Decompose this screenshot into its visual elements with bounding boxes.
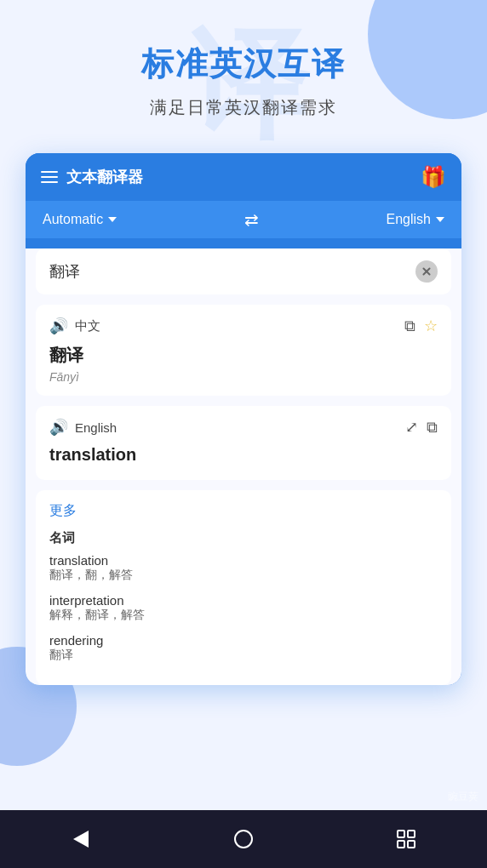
bottom-navigation (0, 810, 487, 868)
english-result-card: 🔊 English ⤢ ⧉ translation (36, 406, 451, 480)
hero-section: 标准英汉互译 满足日常英汉翻译需求 (0, 0, 487, 145)
svg-rect-3 (408, 841, 415, 848)
dict-meaning-1: 解释，翻译，解答 (49, 608, 438, 623)
hero-title: 标准英汉互译 (17, 43, 470, 86)
chinese-lang-label: 🔊 中文 (49, 317, 100, 335)
home-icon (234, 830, 253, 848)
english-copy-icon[interactable]: ⧉ (427, 419, 438, 437)
english-result-header: 🔊 English ⤢ ⧉ (49, 418, 438, 437)
clear-button[interactable] (415, 260, 438, 283)
inner-card: 翻译 🔊 中文 ⧉ ☆ 翻译 Fānyì 🔊 (26, 248, 461, 685)
dict-word-1: interpretation (49, 593, 438, 608)
english-expand-icon[interactable]: ⤢ (405, 418, 418, 437)
more-section: 更多 名词 translation 翻译，翻，解答 interpretation… (36, 490, 451, 685)
card-header-left: 文本翻译器 (41, 167, 143, 187)
target-lang-label: English (387, 212, 431, 227)
swap-icon[interactable]: ⇄ (244, 209, 259, 230)
chinese-result-header: 🔊 中文 ⧉ ☆ (49, 317, 438, 335)
source-lang-arrow (108, 217, 117, 222)
english-lang-text: English (75, 420, 117, 435)
dict-entry-2: rendering 翻译 (49, 633, 438, 663)
svg-rect-2 (398, 841, 404, 848)
menu-icon[interactable] (41, 171, 58, 183)
source-lang-button[interactable]: Automatic (43, 212, 117, 227)
translator-card: 文本翻译器 🎁 Automatic ⇄ English 翻译 🔊 中文 (26, 153, 461, 685)
pos-label: 名词 (49, 530, 438, 546)
target-lang-arrow (436, 217, 444, 222)
dict-entry-0: translation 翻译，翻，解答 (49, 553, 438, 583)
apps-icon (397, 830, 415, 848)
gift-icon[interactable]: 🎁 (421, 165, 446, 189)
hero-subtitle: 满足日常英汉翻译需求 (17, 96, 470, 119)
nav-home-button[interactable] (222, 818, 265, 860)
chinese-lang-text: 中文 (75, 318, 100, 334)
chinese-speaker-icon[interactable]: 🔊 (49, 317, 68, 335)
dict-meaning-2: 翻译 (49, 648, 438, 663)
english-result-actions: ⤢ ⧉ (405, 418, 438, 437)
nav-apps-button[interactable] (385, 818, 427, 860)
dict-entry-1: interpretation 解释，翻译，解答 (49, 593, 438, 623)
chinese-star-icon[interactable]: ☆ (424, 317, 438, 335)
watermark-logo: 豌豆荚 (448, 790, 478, 804)
dict-meaning-0: 翻译，翻，解答 (49, 568, 438, 583)
chinese-result-card: 🔊 中文 ⧉ ☆ 翻译 Fānyì (36, 305, 451, 396)
dict-word-2: rendering (49, 633, 438, 648)
input-area[interactable]: 翻译 (36, 248, 451, 294)
svg-rect-0 (398, 831, 404, 837)
chinese-result-text: 翻译 (49, 344, 438, 367)
english-speaker-icon[interactable]: 🔊 (49, 418, 68, 437)
svg-rect-1 (408, 831, 415, 837)
input-text: 翻译 (49, 261, 415, 282)
chinese-copy-icon[interactable]: ⧉ (404, 317, 415, 335)
target-lang-button[interactable]: English (387, 212, 444, 227)
dict-word-0: translation (49, 553, 438, 568)
card-header: 文本翻译器 🎁 (26, 153, 461, 201)
more-header: 更多 (49, 502, 438, 520)
source-lang-label: Automatic (43, 212, 103, 227)
nav-back-button[interactable] (60, 818, 102, 860)
chinese-phonetic: Fānyì (49, 370, 438, 384)
back-icon (73, 831, 89, 848)
chinese-result-actions: ⧉ ☆ (404, 317, 438, 335)
card-title: 文本翻译器 (66, 167, 143, 187)
english-result-text: translation (49, 445, 438, 465)
english-lang-label: 🔊 English (49, 418, 117, 437)
language-bar: Automatic ⇄ English (26, 201, 461, 238)
